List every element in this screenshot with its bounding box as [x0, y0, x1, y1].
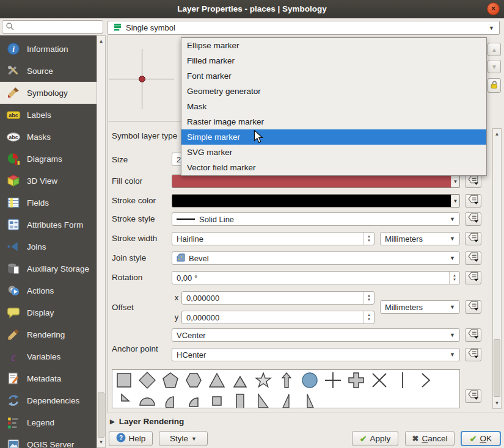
offset-x-spin-buttons[interactable]: ▲▼	[363, 292, 374, 304]
dropdown-item-font-marker[interactable]: Font marker	[181, 68, 486, 84]
spin-up-icon[interactable]: ▲	[367, 313, 371, 317]
lock-color-button[interactable]	[488, 78, 501, 93]
join-style-override-button[interactable]	[465, 251, 481, 265]
stroke-color-button[interactable]: ▼	[172, 194, 460, 208]
search-input[interactable]	[14, 23, 93, 31]
spin-down-icon[interactable]: ▼	[453, 278, 456, 282]
dropdown-item-simple-marker[interactable]: Simple marker	[181, 129, 486, 145]
sidebar-scrollbar-thumb[interactable]	[98, 392, 104, 438]
scroll-up-icon[interactable]: ▲	[493, 131, 501, 137]
spin-down-icon[interactable]: ▼	[367, 298, 371, 302]
shape-quarter-square[interactable]	[205, 391, 228, 408]
fill-color-button[interactable]: ▼	[172, 175, 460, 188]
shape-diamond[interactable]	[136, 370, 159, 391]
shape-hexagon[interactable]	[182, 370, 205, 391]
dropdown-item-raster-image-marker[interactable]: Raster image marker	[181, 114, 486, 129]
dropdown-item-filled-marker[interactable]: Filled marker	[181, 53, 486, 68]
shape-cross-fill[interactable]	[345, 370, 368, 391]
stroke-width-input[interactable]: Hairline ▲▼	[172, 232, 374, 245]
shape-arrow-up[interactable]	[275, 370, 298, 391]
move-layer-up-button[interactable]: ▲	[488, 43, 501, 56]
shape-half-arrowhead[interactable]	[112, 391, 136, 408]
anchor-vertical-override-button[interactable]	[465, 328, 481, 342]
shape-cross2[interactable]	[368, 370, 391, 391]
fill-color-dropdown[interactable]: ▼	[451, 175, 459, 187]
stroke-width-spin-buttons[interactable]: ▲▼	[363, 233, 374, 245]
join-style-combo[interactable]: Bevel ▼	[172, 251, 460, 265]
stroke-width-unit-combo[interactable]: Millimeters ▼	[380, 232, 460, 245]
spin-down-icon[interactable]: ▼	[367, 317, 371, 322]
stroke-color-override-button[interactable]	[465, 194, 481, 208]
sidebar-item-attributes-form[interactable]: Attributes Form	[0, 214, 97, 236]
sidebar-item-source[interactable]: Source	[0, 60, 97, 82]
shape-diagonal-half-square[interactable]	[298, 391, 321, 408]
shape-left-half-triangle[interactable]	[275, 391, 298, 408]
shape-arrowhead[interactable]	[414, 370, 437, 391]
sidebar-item-rendering[interactable]: Rendering	[0, 323, 97, 345]
dropdown-item-ellipse-marker[interactable]: Ellipse marker	[181, 38, 486, 53]
main-scrollbar-thumb[interactable]	[494, 339, 500, 397]
rotation-override-button[interactable]	[465, 271, 481, 284]
ok-button[interactable]: ✔ OK	[461, 431, 501, 446]
offset-y-spin-buttons[interactable]: ▲▼	[363, 311, 374, 323]
offset-unit-combo[interactable]: Millimeters ▼	[380, 300, 460, 314]
style-button[interactable]: Style ▼	[159, 431, 208, 446]
cancel-button[interactable]: ✖ Cancel	[405, 431, 455, 446]
sidebar-item-variables[interactable]: ε Variables	[0, 345, 97, 367]
sidebar-item-symbology[interactable]: Symbology	[0, 82, 97, 104]
sidebar-item-masks[interactable]: abc Masks	[0, 126, 97, 148]
sidebar-item-metadata[interactable]: Metadata	[0, 367, 97, 389]
sidebar-item-3d-view[interactable]: 3D View	[0, 170, 97, 192]
dropdown-item-svg-marker[interactable]: SVG marker	[181, 145, 486, 160]
shape-cross[interactable]	[321, 370, 345, 391]
anchor-vertical-combo[interactable]: VCenter ▼	[172, 328, 460, 342]
dropdown-item-vector-field-marker[interactable]: Vector field marker	[181, 160, 486, 175]
spin-down-icon[interactable]: ▼	[367, 239, 371, 243]
sidebar-item-qgis-server[interactable]: QGIS Server	[0, 433, 97, 448]
sidebar-item-fields[interactable]: Fields	[0, 192, 97, 214]
scroll-up-icon[interactable]: ▲	[97, 38, 105, 44]
shape-right-half-triangle[interactable]	[252, 391, 275, 408]
stroke-color-dropdown[interactable]: ▼	[451, 195, 459, 207]
sidebar-item-actions[interactable]: Actions	[0, 280, 97, 302]
move-layer-down-button[interactable]: ▼	[488, 60, 501, 73]
sidebar-item-legend[interactable]: Legend	[0, 411, 97, 433]
apply-button[interactable]: ✔ Apply	[352, 431, 398, 446]
shape-third-circle[interactable]	[159, 391, 182, 408]
dropdown-item-mask[interactable]: Mask	[181, 99, 486, 114]
sidebar-item-labels[interactable]: abc Labels	[0, 104, 97, 126]
sidebar-item-display[interactable]: Display	[0, 302, 97, 323]
layer-rendering-section[interactable]: ▶ Layer Rendering	[110, 417, 184, 426]
shape-quarter-circle[interactable]	[182, 391, 205, 408]
rotation-input[interactable]: 0,00 ° ▲▼	[172, 271, 460, 284]
offset-y-input[interactable]: 0,000000 ▲▼	[181, 311, 374, 324]
shape-triangle[interactable]	[205, 370, 228, 391]
scroll-down-icon[interactable]: ▼	[97, 439, 105, 445]
shape-override-button[interactable]	[465, 389, 481, 403]
anchor-horizontal-override-button[interactable]	[465, 348, 481, 361]
offset-override-button[interactable]	[465, 300, 481, 314]
sidebar-item-joins[interactable]: Joins	[0, 236, 97, 258]
shape-star[interactable]	[252, 370, 275, 391]
close-button[interactable]: ×	[487, 2, 500, 15]
shape-equilateral-triangle[interactable]	[228, 370, 252, 391]
stroke-style-override-button[interactable]	[465, 212, 481, 226]
rotation-spin-buttons[interactable]: ▲▼	[449, 272, 459, 284]
shape-semi-circle[interactable]	[136, 391, 159, 408]
sidebar-item-diagrams[interactable]: Diagrams	[0, 148, 97, 170]
sidebar-item-auxiliary-storage[interactable]: Auxiliary Storage	[0, 258, 97, 280]
scroll-down-icon[interactable]: ▼	[493, 400, 501, 406]
sidebar-scrollbar[interactable]: ▲ ▼	[97, 35, 106, 448]
anchor-horizontal-combo[interactable]: HCenter ▼	[172, 348, 460, 361]
shape-rectangle[interactable]	[228, 391, 252, 408]
shape-square[interactable]	[112, 370, 136, 391]
shape-circle-selected[interactable]	[298, 370, 321, 391]
shape-line[interactable]	[391, 370, 414, 391]
sidebar-item-information[interactable]: i Information	[0, 38, 97, 60]
sidebar-item-dependencies[interactable]: Dependencies	[0, 389, 97, 411]
spin-up-icon[interactable]: ▲	[453, 273, 456, 278]
stroke-width-override-button[interactable]	[465, 232, 481, 245]
symbol-type-combo[interactable]: Single symbol ▼	[108, 21, 500, 35]
stroke-style-combo[interactable]: Solid Line ▼	[172, 212, 460, 226]
spin-up-icon[interactable]: ▲	[367, 234, 371, 239]
